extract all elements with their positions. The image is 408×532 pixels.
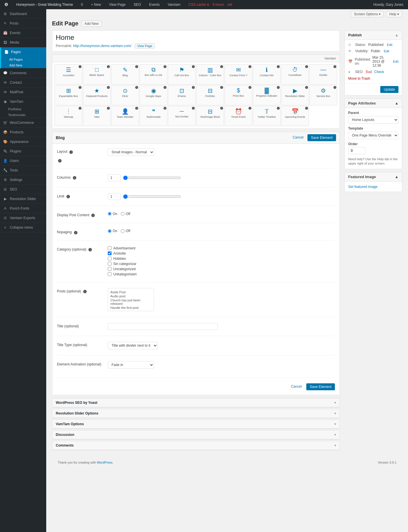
block-item-revolution-slider[interactable]: i ▶ Revolution Slider [281, 85, 309, 105]
category-info-icon[interactable]: i [88, 248, 92, 251]
block-item-team-member[interactable]: i 👤 Team Member [111, 106, 139, 126]
block-item-countdown[interactable]: i ⏱ Countdown [281, 64, 309, 85]
sidebar-item-link-tools[interactable]: 🔧Tools [0, 166, 46, 175]
post-list-item[interactable]: Handle the first post [110, 306, 152, 310]
title-optional-input[interactable] [108, 323, 218, 330]
save-element-bottom-button[interactable]: Save Element [306, 383, 335, 390]
block-item-accordion[interactable]: i ☰ Accordion [55, 64, 82, 85]
block-info-icon-column-color-box[interactable]: i [220, 65, 223, 68]
limit-slider[interactable] [123, 194, 181, 199]
visibility-edit-link[interactable]: Edit [384, 49, 389, 53]
block-info-icon-contact-form[interactable]: i [248, 65, 251, 68]
block-item-price-box[interactable]: i $ Price Box [225, 85, 252, 105]
block-item-contact-info[interactable]: i ℹ Contact info [253, 64, 281, 85]
block-item-featured-products[interactable]: i ★ Featured Products [83, 85, 111, 105]
columns-info-icon[interactable]: i [73, 176, 76, 180]
post-list-item[interactable]: Aside Post [110, 290, 152, 294]
block-item-testimonials[interactable]: i ❝ Testimonials [140, 106, 167, 126]
nopaging-on-radio[interactable] [108, 229, 112, 233]
published-edit-link[interactable]: Edit [393, 60, 398, 63]
nopaging-off-radio[interactable] [121, 229, 125, 233]
footer-metabox-header-revolution-slider-options[interactable]: Revolution Slider Options ▾ [52, 409, 340, 418]
vamtam-button[interactable]: Vamtam [166, 0, 183, 9]
sidebar-item-link-mailpoet[interactable]: ✉MailPoet [0, 87, 46, 97]
events-button[interactable]: Events [147, 0, 162, 9]
order-input[interactable] [348, 147, 366, 154]
screen-options-button[interactable]: Screen Options ▾ [351, 11, 384, 17]
block-info-icon-expandable-box[interactable]: i [79, 86, 81, 89]
block-item-text-divider[interactable]: i ─ Text Divider [168, 106, 196, 126]
site-name-button[interactable]: Honeymoon - Great Wedding Theme [14, 0, 75, 9]
block-item-divider[interactable]: i — Divider [309, 64, 337, 85]
help-button[interactable]: Help ▾ [386, 11, 402, 17]
block-item-upcoming-events[interactable]: i 📅 Upcoming Events [281, 106, 309, 126]
columns-input[interactable] [108, 174, 121, 181]
block-item-twitter-timeline[interactable]: i 𝕋 Twitter Timeline [253, 106, 281, 126]
block-item-sitemap[interactable]: i ⋮ Sitemap [55, 106, 82, 126]
category-checkbox-label-sin-categorizar[interactable]: Sin categorizar [108, 262, 335, 266]
block-item-google-maps[interactable]: i ◉ Google Maps [140, 85, 167, 105]
publish-toggle-icon[interactable]: ▲ [395, 33, 398, 37]
block-info-icon-service-box[interactable]: i [333, 86, 336, 89]
sidebar-item-link-plugins[interactable]: 🔌Plugins [0, 147, 46, 156]
sidebar-item-link-revolution-slider[interactable]: ▶Revolution Slider [0, 194, 46, 204]
category-checkbox-uncategorized[interactable] [108, 267, 112, 271]
block-info-icon-countdown[interactable]: i [305, 65, 308, 68]
layout-info-icon[interactable]: i [69, 150, 73, 154]
block-info-icon-text-image-block[interactable]: i [220, 107, 223, 110]
block-info-icon-tabs[interactable]: i [107, 107, 110, 110]
title-type-select[interactable]: Title with divider next to it Title only… [108, 342, 158, 349]
layout-select[interactable]: Small Images - Normal Large Images Grid … [108, 148, 154, 156]
sidebar-item-link-comments[interactable]: 💬Comments [0, 68, 46, 78]
sidebar-item-link-woocommerce[interactable]: 🛒WooCommerce [0, 118, 46, 127]
block-info-icon-sitemap[interactable]: i [79, 107, 81, 110]
wp-logo-button[interactable]: 🅦 [2, 0, 10, 9]
seo-button[interactable]: SEO [131, 0, 143, 9]
cancel-button[interactable]: Cancel [290, 134, 306, 141]
block-info-icon-iframe[interactable]: i [192, 86, 195, 89]
columns-slider[interactable] [123, 176, 181, 180]
sidebar-subitem-add-new[interactable]: Add New [1, 62, 46, 68]
block-info-icon-flickr[interactable]: i [135, 86, 138, 89]
nopaging-info-icon[interactable]: i [74, 231, 77, 234]
block-info-icon-portfolio[interactable]: i [220, 86, 223, 89]
sidebar-item-link-seo[interactable]: ⊟SEO [0, 185, 46, 194]
sidebar-item-link-vamtam[interactable]: ◉VamTam [0, 97, 46, 106]
update-button[interactable]: Update [380, 86, 398, 93]
block-item-flickr[interactable]: i ⊙ Flickr [111, 85, 139, 105]
category-checkbox-hobbies[interactable] [108, 257, 112, 260]
post-list-item[interactable]: Audio post [110, 294, 152, 298]
block-info-icon-box-with-link[interactable]: i [164, 65, 166, 68]
block-info-icon-text-divider[interactable]: i [192, 107, 195, 110]
featured-image-toggle-icon[interactable]: ▲ [395, 175, 398, 179]
layout-info-icon2[interactable]: i [58, 159, 62, 163]
category-checkbox-label-unkategorisiert[interactable]: Unkategorisiert [108, 272, 335, 276]
display-off-radio-label[interactable]: Off [121, 212, 130, 216]
category-checkbox-aristotle[interactable] [108, 251, 112, 255]
block-info-icon-upcoming-events[interactable]: i [305, 107, 308, 110]
sidebar-item-link-media[interactable]: 🖼Media [0, 38, 46, 47]
block-item-progress-indicator[interactable]: i ▓ Progress Indicator [253, 85, 281, 105]
category-checkbox-advertisement[interactable] [108, 246, 112, 250]
category-checkbox-label-uncategorized[interactable]: Uncategorized [108, 267, 335, 271]
post-list-item[interactable]: Church has just been released [110, 298, 152, 306]
block-info-icon-accordion[interactable]: i [79, 65, 81, 68]
sidebar-subitem-all-pages[interactable]: All Pages [1, 57, 46, 62]
block-info-icon-blank-space[interactable]: i [107, 65, 110, 68]
block-info-icon-progress-indicator[interactable]: i [277, 86, 280, 89]
category-checkbox-unkategorisiert[interactable] [108, 272, 112, 276]
notifications-button[interactable]: 0 [79, 0, 85, 9]
display-post-info-icon[interactable]: i [91, 214, 95, 217]
sidebar-subitem-portfolios[interactable]: Portfolios [0, 106, 46, 112]
block-item-service-box[interactable]: i ⚙ Service Box [309, 85, 337, 105]
sidebar-item-link-contact[interactable]: ✉Contact [0, 78, 46, 87]
view-page-adminbar-button[interactable]: View Page [107, 0, 128, 9]
sidebar-item-link-punch-fonts[interactable]: APunch Fonts [0, 204, 46, 213]
block-info-icon-price-box[interactable]: i [248, 86, 251, 89]
block-item-column-color-box[interactable]: i ▥ Column - Color Box [196, 64, 224, 85]
block-info-icon-featured-products[interactable]: i [107, 86, 110, 89]
block-item-contact-form[interactable]: i ✉ Contact Form 7 [225, 64, 252, 85]
limit-info-icon[interactable]: i [66, 195, 70, 198]
sidebar-item-link-users[interactable]: 👤Users [0, 156, 46, 165]
block-item-expandable-box[interactable]: i ⊞ Expandable Box [55, 85, 82, 105]
